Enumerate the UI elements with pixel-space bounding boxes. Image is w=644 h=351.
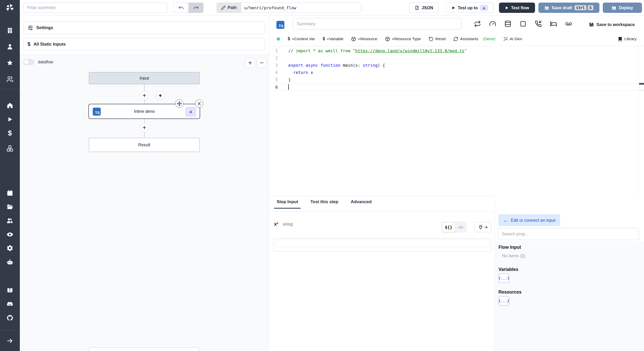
sidebar-divider [0,89,20,89]
flow-input-node[interactable]: Input [89,72,200,84]
windmill-logo[interactable] [5,3,14,12]
template-mode-button[interactable]: ${} [442,222,455,232]
sidebar-divider [0,330,20,331]
variables-dollar-icon[interactable]: $ [6,130,14,137]
add-resource-button[interactable]: +Resource [351,37,377,41]
kbd-s: S [588,5,594,10]
path-edit-button[interactable]: Path [217,3,241,13]
schedules-calendar-icon[interactable] [6,189,14,197]
zoom-out-button[interactable] [257,58,267,68]
reset-button[interactable]: Reset [429,37,446,41]
deploy-label: Deploy [619,5,633,10]
step-input-value-field[interactable] [275,240,490,247]
json-button[interactable]: JSON [409,3,439,13]
redo-button[interactable] [189,3,204,13]
sleep-bed-icon[interactable] [550,20,557,27]
line-number: 6 [269,84,282,90]
tab-step-input[interactable]: Step Input [277,199,298,209]
code-line[interactable]: 3export async function main(x: string) { [269,62,644,69]
error-handler-node[interactable]: Error Handler [89,347,200,351]
concurrency-voicemail-icon[interactable] [565,20,572,27]
save-to-workspace-button[interactable]: Save to workspace [589,22,635,27]
editor-overview-ruler[interactable] [638,46,639,196]
test-flow-button[interactable]: Test flow [499,3,535,13]
dataflow-toggle[interactable] [23,59,34,65]
search-prop-input[interactable] [498,228,639,240]
workspace-icon[interactable] [6,27,14,34]
rotate-ccw-icon [429,37,434,41]
favorites-star-icon[interactable] [6,59,14,67]
suspend-phone-incoming-icon[interactable] [535,20,542,27]
connect-input-plug-button[interactable] [474,222,492,232]
mock-square-icon[interactable] [520,20,527,27]
step-summary-input[interactable] [293,18,461,30]
discord-icon[interactable] [6,301,14,308]
cache-database-icon[interactable] [504,20,511,27]
flow-result-node-label: Result [138,142,150,147]
line-number: 1 [269,47,282,55]
ai-bot-icon[interactable] [6,258,14,266]
user-icon[interactable] [6,43,14,50]
undo-button[interactable] [174,3,189,13]
delete-step-button[interactable] [195,99,203,108]
insert-step-button[interactable] [140,91,149,100]
retry-repeat-icon[interactable] [474,20,481,27]
resources-object-chip[interactable]: {...} [498,296,509,305]
arrow-right-icon [484,225,488,229]
code-line[interactable]: 4 return x [269,69,644,76]
add-context-var-button[interactable]: $+Context Var [288,37,315,41]
flow-result-node[interactable]: Result [89,138,200,152]
code-line[interactable]: 6 [269,83,644,91]
library-button[interactable]: Library [618,37,637,41]
workers-users-cog-icon[interactable] [6,217,14,225]
home-icon[interactable] [6,102,14,109]
tab-test-this-step[interactable]: Test this step [310,199,338,209]
code-line[interactable]: 5} [269,76,644,83]
test-up-to-target-badge[interactable]: a [480,5,488,11]
audit-eye-icon[interactable] [6,231,14,238]
step-settings-icons [474,20,572,27]
undo-redo-group [174,3,204,13]
test-up-to-button[interactable]: Test up to a [446,3,494,13]
add-variable-button[interactable]: $+Variable [323,37,344,41]
code-line[interactable]: 1// import * as wmill from "https://deno… [269,47,644,55]
path-value-input[interactable] [241,3,361,13]
flow-summary-input[interactable] [23,3,167,13]
code-mode-button[interactable]: <> [456,222,466,232]
trigger-zap-button[interactable] [156,91,165,100]
line-number: 4 [269,69,282,76]
save-icon [589,22,594,27]
code-line[interactable]: 2 [269,55,644,62]
save-draft-button[interactable]: Save draft CtrlS [538,3,599,13]
edit-or-connect-label: Edit or connect an input [511,218,555,223]
step-node-inline-deno[interactable]: TS Inline deno a [88,104,200,119]
ai-gen-button[interactable]: AI Gen [503,37,522,41]
save-icon [544,5,549,10]
code-editor[interactable]: 1// import * as wmill from "https://deno… [269,46,644,196]
resources-boxes-icon[interactable] [6,145,14,152]
wand-icon [503,37,508,41]
deploy-button[interactable]: Deploy [603,3,642,13]
play-icon [505,6,509,10]
groups-icon[interactable] [6,75,14,83]
dollar-icon: $ [288,37,290,41]
undo-icon [179,5,184,11]
add-resource-type-button[interactable]: +Resource Type [385,37,421,41]
zoom-in-button[interactable] [245,58,255,68]
move-step-button[interactable] [175,99,183,108]
variables-object-chip[interactable]: {...} [498,273,509,283]
early-stop-gauge-icon[interactable] [489,20,496,27]
folders-icon[interactable] [6,203,14,211]
runs-play-icon[interactable] [6,116,14,123]
tab-advanced[interactable]: Advanced [351,199,371,209]
collapse-arrow-icon[interactable] [6,337,14,345]
flow-input-section-title: Flow Input [498,245,521,250]
assistants-button[interactable]: Assistants (Deno) [453,37,495,41]
insert-step-button[interactable] [140,123,149,132]
all-static-inputs-button[interactable]: $ All Static Inputs [23,38,265,50]
github-icon[interactable] [6,314,14,322]
docs-book-icon[interactable] [6,287,14,294]
edit-or-connect-input-button[interactable]: ← Edit or connect an input [498,214,560,226]
settings-gear-icon[interactable] [6,244,14,252]
flow-settings-button[interactable]: Settings [23,21,265,34]
